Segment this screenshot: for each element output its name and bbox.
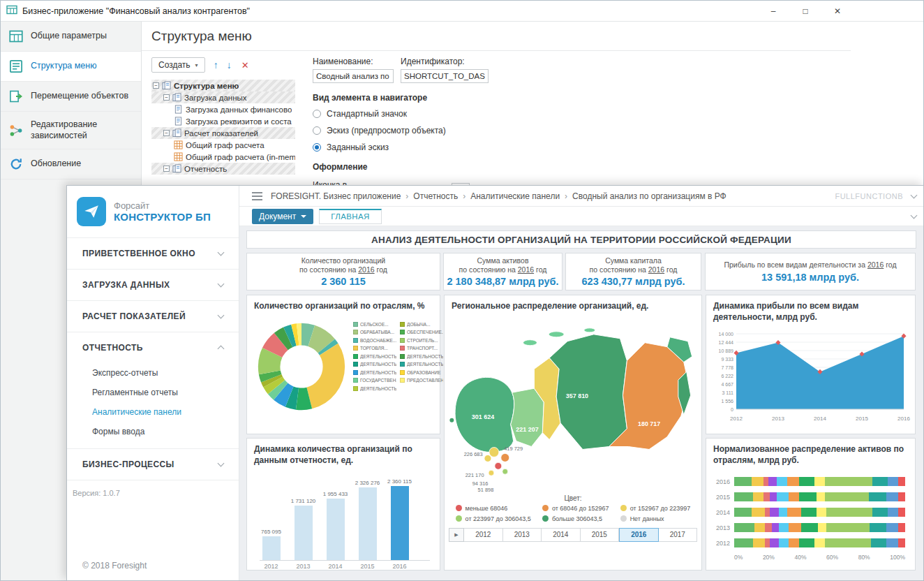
card-title: Нормализованное распределение активов по…	[706, 439, 915, 469]
map-small-region[interactable]	[489, 447, 499, 457]
tab-main[interactable]: ГЛАВНАЯ	[319, 209, 382, 224]
timeline-year[interactable]: 2016	[619, 528, 659, 542]
stacked-bar[interactable]	[734, 538, 905, 547]
tree-node-label: Структура меню	[174, 82, 239, 90]
hamburger-menu-icon[interactable]	[252, 192, 262, 200]
kpi-card: Количество организацийпо состоянию на 20…	[246, 253, 440, 290]
radio-icon	[313, 143, 321, 152]
minimize-button[interactable]: –	[757, 1, 789, 22]
nav-item[interactable]: Регламентные отчеты	[67, 383, 239, 402]
nav-section-label: ОТЧЕТНОСТЬ	[82, 343, 143, 353]
x-tick-label: 100%	[890, 554, 905, 561]
tree-node[interactable]: −Структура меню	[151, 80, 295, 91]
breadcrumb-item[interactable]: Аналитические панели	[470, 191, 560, 201]
document-button[interactable]: Документ	[252, 209, 313, 224]
radio-option[interactable]: Стандартный значок	[313, 109, 641, 119]
stacked-bar[interactable]	[734, 492, 905, 501]
kpi-year-link[interactable]: 2016	[518, 265, 534, 274]
bar-group: 765 095	[260, 529, 283, 560]
nav-section[interactable]: ПРИВЕТСТВЕННОЕ ОКНО	[67, 237, 239, 269]
tree-node[interactable]: Общий граф расчета (in-mem	[151, 151, 295, 163]
kpi-year-link[interactable]: 2016	[358, 265, 374, 274]
move-down-button[interactable]: ↓	[227, 59, 232, 71]
timeline-year[interactable]: 2014	[542, 528, 581, 542]
radio-option[interactable]: Заданный эскиз	[313, 142, 641, 152]
bg-sidebar-item-label: Редактирование зависимостей	[31, 119, 133, 141]
bg-sidebar-item[interactable]: Редактирование зависимостей	[1, 112, 141, 149]
close-button[interactable]: ✕	[821, 1, 854, 22]
create-button[interactable]: Создать▾	[151, 57, 205, 73]
map-small-region[interactable]	[502, 469, 508, 474]
bar[interactable]	[327, 499, 345, 560]
logo-title: Форсайт	[114, 200, 211, 211]
stacked-bar[interactable]	[734, 508, 905, 517]
move-up-button[interactable]: ↑	[214, 59, 218, 71]
bg-sidebar-item[interactable]: Перемещение объектов	[1, 82, 141, 112]
chevron-down-icon[interactable]	[911, 191, 918, 198]
breadcrumb-item[interactable]: Отчетность	[413, 191, 458, 201]
tree-node[interactable]: −Расчет показателей	[151, 127, 295, 139]
tree-node[interactable]: −Отчетность	[151, 163, 295, 175]
tree-node[interactable]: Общий граф расчета	[151, 139, 295, 151]
legend-item: ДЕЯТЕЛЬНОСТЬ В...	[353, 386, 396, 391]
timeline-year[interactable]: 2013	[503, 528, 542, 542]
collapse-icon[interactable]: −	[163, 94, 170, 101]
nav-section[interactable]: ЗАГРУЗКА ДАННЫХ	[67, 269, 239, 300]
radio-option[interactable]: Эскиз (предпросмотр объекта)	[313, 126, 641, 135]
map-small-region[interactable]	[501, 453, 509, 462]
tree-node[interactable]: Загрузка реквизитов и соста	[151, 115, 295, 127]
chevron-down-icon[interactable]	[911, 212, 918, 219]
kpi-year-link[interactable]: 2016	[867, 260, 884, 269]
legend-item: ДЕЯТЕЛЬНОСТЬ...	[353, 370, 396, 375]
stacked-segment	[898, 523, 905, 532]
timeline-year[interactable]: 2017	[659, 528, 698, 542]
kpi-year-link[interactable]: 2016	[648, 265, 664, 274]
map-timeline: ▶201220132014201520162017	[449, 528, 697, 542]
legend-label: ДЕЯТЕЛЬНОСТЬ...	[360, 370, 396, 375]
nav-item[interactable]: Экспресс-отчеты	[67, 363, 239, 383]
map-small-region[interactable]	[484, 455, 491, 462]
collapse-icon[interactable]: −	[153, 82, 159, 89]
bar-category-label: 2015	[356, 563, 379, 570]
breadcrumb-item[interactable]: FORESIGHT. Бизнес приложение	[271, 191, 401, 201]
stacked-segment	[765, 508, 770, 517]
name-input[interactable]	[313, 69, 394, 83]
map-small-region[interactable]	[489, 470, 494, 476]
bar[interactable]	[295, 506, 313, 560]
nav-section[interactable]: ОТЧЕТНОСТЬ	[67, 332, 239, 363]
collapse-icon[interactable]: −	[163, 166, 170, 172]
stacked-segment	[826, 508, 872, 517]
industries-donut-chart	[250, 315, 353, 418]
map-small-region[interactable]	[495, 462, 502, 469]
timeline-year[interactable]: 2012	[464, 528, 503, 542]
bg-sidebar-item[interactable]: Структура меню	[1, 52, 141, 82]
stacked-bar[interactable]	[734, 523, 905, 532]
radio-option-label: Эскиз (предпросмотр объекта)	[327, 126, 446, 135]
nav-item[interactable]: Аналитические панели	[67, 402, 239, 422]
bg-sidebar-item[interactable]: Общие параметры	[1, 22, 141, 52]
map-region-west-siberia[interactable]	[511, 388, 544, 446]
delete-button[interactable]: ✕	[241, 60, 249, 71]
bar[interactable]	[262, 536, 281, 560]
bar[interactable]	[359, 487, 377, 560]
stacked-bar[interactable]	[734, 477, 905, 486]
timeline-year[interactable]: 2015	[581, 528, 620, 542]
stacked-segment	[886, 523, 898, 532]
map-region-kaliningrad[interactable]	[449, 418, 454, 422]
tree-node[interactable]: −Загрузка данных	[151, 91, 295, 103]
id-input[interactable]	[401, 69, 489, 83]
bar[interactable]	[391, 486, 409, 560]
breadcrumb-item[interactable]: Сводный анализ по организациям в РФ	[572, 191, 726, 201]
legend-swatch	[400, 322, 405, 327]
bg-sidebar-item[interactable]: Обновление	[1, 149, 141, 179]
menu-structure-icon	[9, 59, 23, 73]
tree-node[interactable]: Загрузка данных финансово	[151, 103, 295, 115]
donut-area: СЕЛЬСКОЕ...ОБРАБАТЫВА...ВОДОСНАБЖЕ...ТОР…	[247, 315, 440, 418]
nav-item[interactable]: Формы ввода	[67, 422, 239, 441]
play-button[interactable]: ▶	[449, 528, 464, 542]
maximize-button[interactable]: □	[789, 1, 821, 22]
nav-section[interactable]: БИЗНЕС-ПРОЦЕССЫ	[67, 448, 239, 480]
collapse-icon[interactable]: −	[163, 130, 170, 136]
nav-section[interactable]: РАСЧЕТ ПОКАЗАТЕЛЕЙ	[67, 300, 239, 332]
chevron-down-icon	[218, 249, 225, 256]
